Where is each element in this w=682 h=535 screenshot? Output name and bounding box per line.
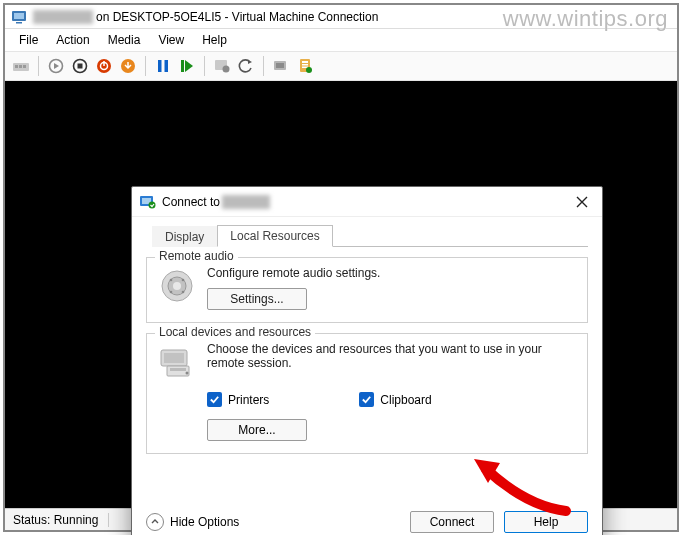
checkbox-printers-box	[207, 392, 222, 407]
menubar: File Action Media View Help	[5, 29, 677, 51]
menu-action[interactable]: Action	[48, 31, 97, 49]
hide-options-toggle[interactable]: Hide Options	[146, 513, 239, 531]
stop-button[interactable]	[70, 56, 90, 76]
share-button[interactable]	[295, 56, 315, 76]
vm-display-area: Connect to Display Local Resources Remot…	[5, 81, 677, 508]
help-button[interactable]: Help	[504, 511, 588, 533]
svg-rect-40	[164, 353, 184, 363]
hide-options-label: Hide Options	[170, 515, 239, 529]
group-remote-audio: Remote audio Configure remote audio sett…	[146, 257, 588, 323]
dialog-body: Display Local Resources Remote audio Con…	[132, 217, 602, 454]
reset-button[interactable]	[177, 56, 197, 76]
svg-rect-42	[170, 368, 186, 371]
svg-rect-1	[14, 13, 24, 19]
dialog-title-prefix: Connect to	[162, 195, 220, 209]
audio-settings-button[interactable]: Settings...	[207, 288, 307, 310]
window-title: on DESKTOP-5OE4LI5 - Virtual Machine Con…	[96, 10, 378, 24]
svg-marker-18	[185, 60, 193, 72]
group-local-devices: Local devices and resources Choose the d…	[146, 333, 588, 454]
svg-rect-17	[181, 60, 184, 72]
svg-rect-2	[16, 22, 22, 24]
checkbox-clipboard[interactable]: Clipboard	[359, 392, 431, 407]
connect-dialog: Connect to Display Local Resources Remot…	[131, 186, 603, 535]
revert-button[interactable]	[236, 56, 256, 76]
svg-rect-10	[78, 64, 83, 69]
remote-desktop-icon	[140, 194, 156, 210]
dialog-tabs: Display Local Resources	[152, 223, 588, 247]
svg-point-20	[223, 66, 230, 73]
status-text: Status: Running	[13, 513, 109, 527]
checkbox-clipboard-box	[359, 392, 374, 407]
tab-local-resources[interactable]: Local Resources	[217, 225, 332, 247]
window-titlebar: on DESKTOP-5OE4LI5 - Virtual Machine Con…	[5, 5, 677, 29]
svg-rect-23	[276, 63, 284, 68]
svg-point-37	[170, 291, 173, 294]
checkbox-printers-label: Printers	[228, 393, 269, 407]
svg-point-28	[306, 67, 312, 73]
connect-button[interactable]: Connect	[410, 511, 494, 533]
svg-point-38	[182, 291, 185, 294]
svg-marker-21	[248, 60, 252, 64]
tab-display[interactable]: Display	[152, 226, 217, 247]
local-devices-desc: Choose the devices and resources that yo…	[207, 342, 577, 370]
save-button[interactable]	[118, 56, 138, 76]
redacted-dialog-title	[222, 195, 270, 209]
svg-point-36	[182, 279, 185, 282]
svg-rect-25	[302, 61, 308, 63]
menu-media[interactable]: Media	[100, 31, 149, 49]
checkbox-clipboard-label: Clipboard	[380, 393, 431, 407]
start-button[interactable]	[46, 56, 66, 76]
speaker-icon	[157, 266, 197, 306]
checkpoint-button[interactable]	[212, 56, 232, 76]
svg-point-34	[173, 282, 181, 290]
toolbar	[5, 51, 677, 81]
chevron-up-icon	[146, 513, 164, 531]
menu-view[interactable]: View	[150, 31, 192, 49]
virtual-machine-connection-window: on DESKTOP-5OE4LI5 - Virtual Machine Con…	[3, 3, 679, 532]
svg-rect-16	[165, 60, 169, 72]
dialog-close-button[interactable]	[568, 191, 596, 213]
svg-rect-4	[15, 65, 18, 68]
menu-help[interactable]: Help	[194, 31, 235, 49]
group-remote-audio-title: Remote audio	[155, 249, 238, 263]
group-local-devices-title: Local devices and resources	[155, 325, 315, 339]
menu-file[interactable]: File	[11, 31, 46, 49]
svg-rect-6	[23, 65, 26, 68]
svg-rect-26	[302, 64, 308, 66]
dialog-titlebar: Connect to	[132, 187, 602, 217]
redacted-title-part	[33, 10, 93, 24]
dialog-footer: Hide Options Connect Help	[146, 511, 588, 533]
shutdown-button[interactable]	[94, 56, 114, 76]
svg-marker-8	[54, 63, 59, 69]
svg-rect-15	[158, 60, 162, 72]
enhanced-session-button[interactable]	[271, 56, 291, 76]
svg-point-43	[186, 372, 189, 375]
svg-rect-5	[19, 65, 22, 68]
vm-icon	[11, 9, 27, 25]
devices-icon	[157, 342, 197, 382]
checkbox-printers[interactable]: Printers	[207, 392, 269, 407]
svg-point-35	[170, 279, 173, 282]
svg-point-31	[149, 201, 156, 208]
ctrl-alt-del-button[interactable]	[11, 56, 31, 76]
remote-audio-desc: Configure remote audio settings.	[207, 266, 577, 280]
pause-button[interactable]	[153, 56, 173, 76]
more-devices-button[interactable]: More...	[207, 419, 307, 441]
